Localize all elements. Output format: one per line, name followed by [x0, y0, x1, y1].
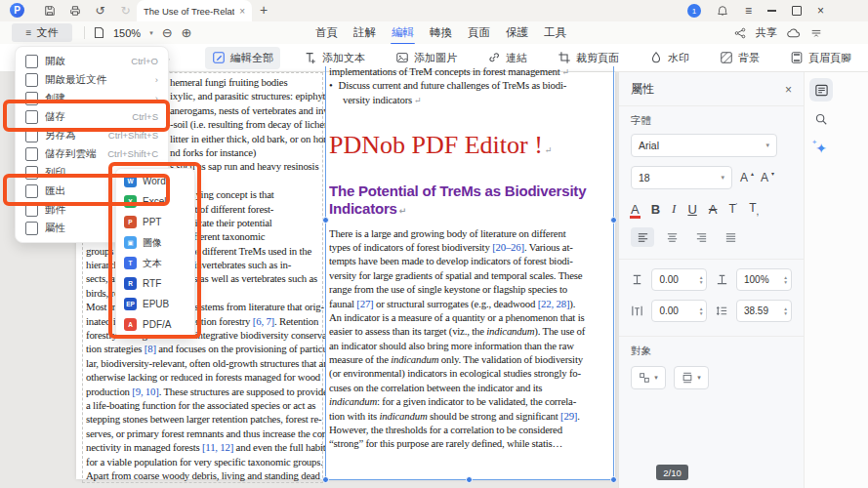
minimize-button[interactable]: [767, 10, 776, 11]
line-spacing-input[interactable]: 38.59 ▴▾: [736, 300, 792, 322]
file-menu-item[interactable]: 開啟 Ctrl+O: [16, 52, 168, 70]
export-format-item[interactable]: A PDF/A: [116, 314, 194, 335]
edit-all-button[interactable]: 編輯全部: [205, 47, 280, 69]
align-justify-button[interactable]: [719, 227, 742, 247]
export-format-item[interactable]: EP EPUB: [116, 294, 194, 314]
align-right-button[interactable]: [689, 227, 713, 247]
align-center-button[interactable]: [660, 227, 683, 247]
export-format-item[interactable]: ▣ 圖像: [116, 232, 194, 253]
export-format-item[interactable]: P PPT: [116, 212, 194, 232]
header-footer-button[interactable]: 頁眉頁腳: [783, 47, 858, 69]
app-logo: P: [10, 3, 24, 18]
restore-button[interactable]: [792, 6, 802, 16]
selection-handle-bottom-mid[interactable]: [466, 476, 473, 483]
selection-handle-left[interactable]: [322, 217, 329, 224]
watermark-button[interactable]: 水印: [642, 47, 696, 69]
save-icon[interactable]: [43, 5, 56, 18]
right-column-text[interactable]: implementations of TreM concepts in fore…: [329, 64, 614, 451]
file-menu-item[interactable]: 開啟最近文件 ›: [16, 70, 168, 89]
file-menu-item-icon: [25, 184, 38, 198]
search-rail-button[interactable]: [809, 107, 833, 131]
app-menu-icon[interactable]: ≡: [745, 5, 752, 17]
properties-rail-button[interactable]: [809, 78, 833, 102]
font-color-button[interactable]: A: [631, 202, 640, 217]
strikethrough-button[interactable]: A: [709, 202, 718, 217]
file-menu-item[interactable]: 創建 ›: [16, 89, 168, 107]
underline-button[interactable]: U: [687, 202, 696, 217]
export-format-item[interactable]: T 文本: [116, 253, 194, 273]
char-spacing-input[interactable]: 0.00 ▴▾: [651, 268, 707, 291]
file-menu-item-icon: [25, 129, 38, 142]
panel-close-icon[interactable]: ×: [785, 83, 792, 97]
ribbon-tab[interactable]: 註解: [352, 23, 377, 42]
zoom-level-value[interactable]: 150%: [113, 27, 141, 39]
word-spacing-input[interactable]: 0.00 ▴▾: [651, 300, 707, 322]
zoom-in-button[interactable]: ⊕: [182, 26, 192, 39]
format-label: RTF: [143, 278, 161, 289]
increase-font-button[interactable]: A▴: [740, 171, 753, 184]
close-button[interactable]: ×: [817, 5, 824, 17]
share-icon[interactable]: [733, 26, 746, 39]
ribbon-tab[interactable]: 工具: [543, 23, 567, 42]
object-align-dropdown[interactable]: ▾: [631, 366, 666, 389]
ribbon-tab[interactable]: 頁面: [467, 23, 491, 42]
bold-button[interactable]: B: [651, 202, 660, 217]
selection-handle-bottom-left[interactable]: [322, 476, 329, 483]
link-label: 連結: [506, 51, 527, 65]
object-distribute-dropdown[interactable]: ▾: [674, 366, 709, 389]
file-menu-item[interactable]: 儲存到雲端 Ctrl+Shift+C: [16, 144, 168, 163]
font-size-select[interactable]: 18▾: [631, 166, 732, 189]
user-avatar[interactable]: 1: [687, 4, 701, 18]
ai-assistant-rail-button[interactable]: ✦✦: [809, 137, 833, 160]
file-menu-item-label: 郵件: [45, 203, 124, 217]
undo-icon[interactable]: ↺: [94, 5, 106, 18]
ribbon-tab[interactable]: 首頁: [314, 23, 339, 42]
selection-handle-bottom-right[interactable]: [610, 476, 617, 483]
format-icon: W: [124, 175, 137, 187]
page-fit-icon[interactable]: [94, 26, 104, 39]
stepper-arrows[interactable]: ▴▾: [700, 306, 703, 316]
stepper-arrows[interactable]: ▴▾: [784, 306, 787, 316]
stepper-arrows[interactable]: ▴▾: [784, 275, 787, 285]
collapse-toolbar-icon[interactable]: [809, 26, 822, 39]
file-menu-item[interactable]: 儲存 Ctrl+S: [16, 107, 168, 126]
return-mark: ↵: [545, 145, 553, 155]
font-family-select[interactable]: Arial▾: [631, 134, 777, 157]
background-button[interactable]: 背景: [713, 47, 766, 69]
properties-title: 屬性: [631, 81, 654, 98]
export-format-item[interactable]: R RTF: [116, 273, 194, 294]
zoom-out-button[interactable]: ⊖: [162, 26, 173, 39]
zoom-caret-icon[interactable]: ▾: [149, 29, 153, 37]
tab-close-icon[interactable]: ×: [239, 6, 245, 17]
export-format-item[interactable]: W Word: [116, 171, 194, 191]
horizontal-scale-input[interactable]: 100% ▴▾: [736, 268, 792, 291]
redo-icon[interactable]: ↻: [119, 5, 132, 18]
file-menu-item-shortcut: ›: [155, 74, 158, 85]
print-icon[interactable]: [68, 5, 81, 18]
ribbon-tab[interactable]: 編輯: [391, 23, 415, 42]
decrease-font-button[interactable]: A▾: [761, 171, 773, 184]
file-menu-item-icon: [25, 55, 38, 68]
share-label[interactable]: 共享: [756, 25, 777, 40]
cloud-icon[interactable]: [787, 26, 800, 39]
new-tab-button[interactable]: +: [260, 2, 268, 18]
file-menu-item-shortcut: Ctrl+S: [132, 111, 158, 122]
format-label: 文本: [143, 257, 162, 270]
subscript-button[interactable]: T,: [749, 201, 759, 217]
document-tab[interactable]: The Use of Tree-Relate... * ×: [137, 0, 252, 21]
file-menu-button[interactable]: ≡ 文件: [12, 23, 72, 42]
stepper-arrows[interactable]: ▴▾: [700, 275, 703, 285]
notification-bell-icon[interactable]: [717, 5, 729, 18]
superscript-button[interactable]: T': [728, 202, 737, 216]
text-line: An indicator is a measure of a quantity …: [329, 310, 614, 324]
ribbon-tab[interactable]: 轉換: [429, 23, 453, 42]
export-format-item[interactable]: X Excel: [116, 191, 194, 212]
ribbon-tab[interactable]: 保護: [505, 23, 529, 42]
italic-button[interactable]: I: [672, 201, 676, 217]
inserted-red-title[interactable]: PDNob PDF Editor !↵: [329, 139, 614, 157]
align-left-button[interactable]: [631, 227, 654, 247]
file-menu-item-icon: [25, 222, 38, 235]
file-menu-item[interactable]: 另存為 Ctrl+Shift+S: [16, 126, 168, 144]
crop-page-label: 裁剪頁面: [576, 51, 619, 65]
file-menu-item-icon: [25, 92, 38, 105]
